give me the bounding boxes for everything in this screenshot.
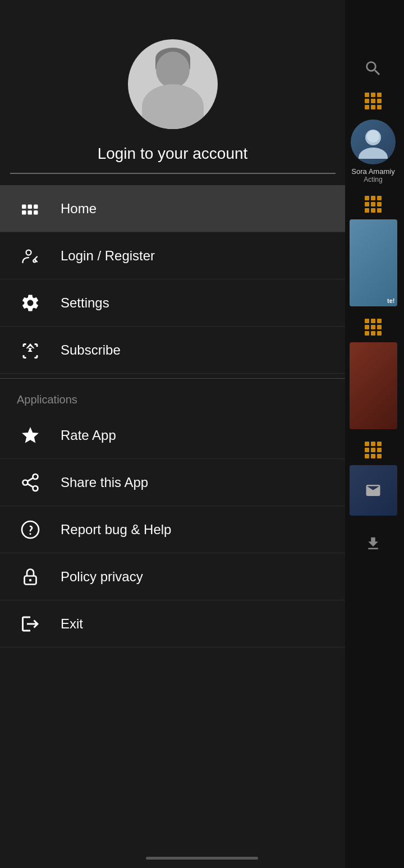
nav-item-home[interactable]: Home [0, 185, 345, 232]
subscribe-icon [17, 337, 44, 364]
nav-label-exit: Exit [61, 616, 83, 632]
content-thumb-label: te! [387, 297, 394, 304]
nav-label-policy-privacy: Policy privacy [61, 569, 143, 585]
content-thumbnail-3[interactable] [350, 465, 397, 516]
grid-dots-2[interactable] [365, 196, 382, 213]
svg-point-17 [30, 533, 31, 535]
applications-label: Applications [0, 383, 345, 412]
content-thumbnail-2[interactable] [350, 342, 397, 429]
nav-item-share-app[interactable]: Share this App [0, 459, 345, 506]
right-panel: Sora Amamiy Acting te! [342, 0, 404, 868]
nav-label-report-bug: Report bug & Help [61, 522, 171, 538]
svg-rect-5 [22, 210, 26, 215]
svg-point-11 [33, 474, 38, 479]
svg-rect-4 [28, 204, 33, 209]
svg-rect-8 [34, 210, 38, 215]
settings-icon [17, 290, 44, 316]
search-icon[interactable] [364, 59, 383, 80]
share-icon [17, 469, 44, 496]
svg-point-19 [29, 578, 32, 581]
section-divider [0, 378, 345, 379]
profile-avatar[interactable] [351, 120, 396, 164]
profile-role: Acting [364, 176, 382, 183]
svg-rect-6 [28, 210, 33, 215]
svg-rect-7 [34, 204, 38, 209]
svg-point-13 [33, 486, 38, 491]
applications-section: Applications Rate App Share thi [0, 383, 345, 647]
home-icon [17, 195, 44, 222]
profile-name: Sora Amamiy [351, 167, 394, 176]
nav-label-rate-app: Rate App [61, 428, 116, 443]
bottom-bar [146, 857, 258, 860]
nav-label-login: Login / Register [61, 248, 155, 264]
nav-section: Home Login / Register Settings [0, 185, 345, 374]
svg-rect-3 [22, 204, 26, 209]
header-divider [10, 173, 336, 174]
nav-label-share-app: Share this App [61, 475, 148, 490]
svg-point-9 [26, 250, 31, 255]
svg-point-12 [23, 480, 28, 485]
nav-item-report-bug[interactable]: Report bug & Help [0, 506, 345, 553]
nav-label-home: Home [61, 201, 97, 217]
login-icon [17, 242, 44, 269]
star-icon [17, 422, 44, 449]
navigation-drawer: Login to your account Home [0, 0, 345, 868]
login-prompt[interactable]: Login to your account [98, 145, 248, 163]
grid-dots-4[interactable] [365, 442, 382, 458]
nav-label-subscribe: Subscribe [61, 342, 121, 358]
nav-item-exit[interactable]: Exit [0, 600, 345, 647]
exit-icon [17, 610, 44, 637]
svg-line-15 [27, 477, 33, 481]
avatar-head [156, 52, 190, 88]
drawer-header: Login to your account [0, 0, 345, 185]
avatar[interactable] [128, 39, 218, 129]
svg-point-1 [359, 148, 388, 159]
grid-dots-3[interactable] [365, 319, 382, 336]
svg-point-2 [367, 130, 379, 143]
help-icon [17, 516, 44, 543]
nav-item-subscribe[interactable]: Subscribe [0, 327, 345, 374]
nav-item-login[interactable]: Login / Register [0, 232, 345, 279]
content-thumbnail-1[interactable]: te! [350, 219, 397, 306]
nav-label-settings: Settings [61, 295, 109, 311]
grid-dots-1[interactable] [365, 93, 382, 109]
lock-icon [17, 563, 44, 590]
avatar-body [142, 84, 204, 129]
svg-line-14 [27, 484, 33, 487]
nav-item-rate-app[interactable]: Rate App [0, 412, 345, 459]
nav-item-policy-privacy[interactable]: Policy privacy [0, 553, 345, 600]
nav-item-settings[interactable]: Settings [0, 279, 345, 327]
download-icon[interactable] [365, 535, 382, 554]
